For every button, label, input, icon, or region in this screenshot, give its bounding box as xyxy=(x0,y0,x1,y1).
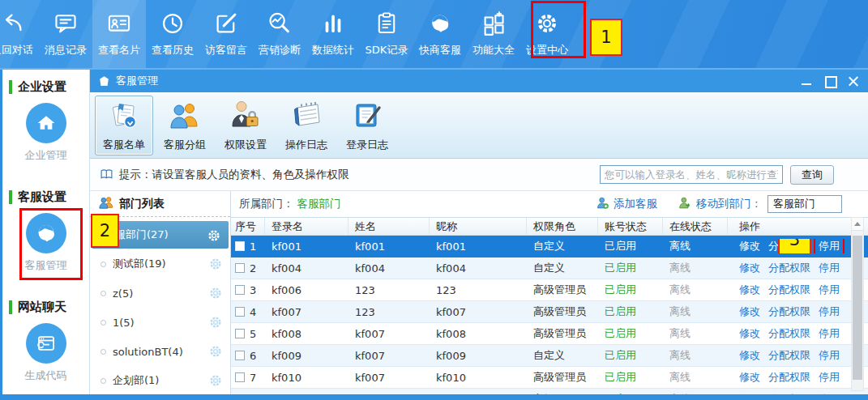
assign-permission-link[interactable]: 分配权限 xyxy=(768,326,810,341)
maximize-button[interactable] xyxy=(823,75,836,87)
table-row[interactable]: 3kf006123123高级管理员已启用离线修改分配权限停用 xyxy=(231,279,868,301)
role-cell: 高级管理员 xyxy=(527,304,598,319)
table-row[interactable]: 8kf011kf007kf011高级管理员已启用离线修改分配权限停用 xyxy=(231,389,868,394)
ribbon-button-5[interactable]: 登录日志 xyxy=(338,96,396,155)
modify-link[interactable]: 修改 xyxy=(739,261,760,275)
assign-permission-link[interactable]: 分配权限 xyxy=(768,261,810,275)
row-checkbox[interactable] xyxy=(235,285,245,295)
modify-link[interactable]: 修改 xyxy=(739,239,760,253)
minimize-button[interactable] xyxy=(800,75,813,87)
current-department-label: 所属部门： xyxy=(239,197,294,211)
close-button[interactable] xyxy=(847,75,860,87)
row-checkbox[interactable] xyxy=(235,329,245,338)
toolbar-item-1[interactable]: 返回对话 xyxy=(0,0,39,68)
sidebar-item-3[interactable]: 生成代码 xyxy=(2,323,89,383)
gear-icon[interactable] xyxy=(208,315,223,330)
department-item-5[interactable]: solutionBT(4) xyxy=(90,337,230,366)
assign-permission-link[interactable]: 分配权限 xyxy=(768,348,810,363)
toolbar-item-7[interactable]: 数据统计 xyxy=(306,0,360,68)
toolbar-item-label: 查看历史 xyxy=(152,43,194,57)
ribbon-button-4[interactable]: 操作日志 xyxy=(277,96,336,155)
operation-log-icon xyxy=(290,99,323,134)
table-row[interactable]: 6kf009kf007kf009自定义已启用离线修改分配权限停用 xyxy=(231,345,868,367)
row-checkbox[interactable] xyxy=(235,241,245,251)
assign-permission-link[interactable]: 分配权限 xyxy=(768,304,810,319)
toolbar-item-label: 功能大全 xyxy=(472,43,515,57)
modify-link[interactable]: 修改 xyxy=(739,283,760,297)
toolbar-item-5[interactable]: 访客留言 xyxy=(199,0,253,68)
row-checkbox[interactable] xyxy=(235,263,245,273)
role-cell: 自定义 xyxy=(527,239,598,253)
row-number: 2 xyxy=(250,262,256,274)
add-user-icon xyxy=(596,196,609,212)
search-button[interactable]: 查询 xyxy=(790,165,834,185)
gear-icon[interactable] xyxy=(208,286,223,300)
toolbar-item-9[interactable]: 快商客服 xyxy=(413,0,467,68)
move-to-department-select[interactable]: 客服部门 xyxy=(768,195,842,213)
table-row[interactable]: 5kf008kf007kf008高级管理员已启用离线修改分配权限停用 xyxy=(231,323,868,345)
ribbon-button-3[interactable]: 权限设置 xyxy=(216,96,275,155)
row-number: 5 xyxy=(250,328,256,340)
disable-link[interactable]: 停用 xyxy=(819,326,840,341)
assign-permission-link[interactable]: 分配权限 xyxy=(768,283,810,297)
gear-icon xyxy=(535,11,559,36)
toolbar-item-8[interactable]: SDK记录 xyxy=(360,0,413,68)
row-checkbox[interactable] xyxy=(235,307,245,317)
gear-icon[interactable] xyxy=(208,257,223,271)
add-agent-button[interactable]: 添加客服 xyxy=(596,196,657,212)
bar-chart-icon xyxy=(321,11,345,36)
toolbar-item-2[interactable]: 消息记录 xyxy=(39,0,92,68)
row-number: 6 xyxy=(250,350,256,362)
disable-link[interactable]: 停用 xyxy=(819,348,840,363)
ribbon-button-1[interactable]: 客服名单 xyxy=(95,96,153,155)
vertical-scrollbar[interactable] xyxy=(851,217,864,391)
disable-link[interactable]: 停用 xyxy=(819,304,840,319)
department-item-2[interactable]: 测试部(19) xyxy=(90,249,230,279)
department-item-3[interactable]: z(5) xyxy=(90,279,230,308)
department-item-1[interactable]: 客服部门(27) xyxy=(92,221,229,249)
search-input[interactable] xyxy=(600,165,783,184)
table-row[interactable]: 1kf001kf001kf001自定义已启用离线修改分配权限停用3 xyxy=(231,236,868,257)
department-item-label: 企划部(1) xyxy=(113,373,159,388)
assign-permission-link[interactable]: 分配权限 xyxy=(768,370,810,385)
table-row[interactable]: 7kf010kf007kf010高级管理员已启用离线修改分配权限停用 xyxy=(231,367,868,389)
scroll-up-button[interactable] xyxy=(852,218,863,231)
disable-link[interactable]: 停用 xyxy=(819,240,840,252)
toolbar-item-6[interactable]: 营销诊断 xyxy=(253,0,306,68)
gear-icon[interactable] xyxy=(207,228,221,243)
modify-link[interactable]: 修改 xyxy=(739,326,760,341)
name-cell: kf007 xyxy=(348,328,430,340)
scrollbar-thumb[interactable] xyxy=(853,236,862,380)
gear-icon[interactable] xyxy=(208,344,223,359)
contact-card-icon xyxy=(107,11,131,36)
department-item-4[interactable]: 1(5) xyxy=(90,308,230,337)
row-checkbox[interactable] xyxy=(235,372,245,382)
disable-link[interactable]: 停用 xyxy=(819,370,840,385)
nick-cell: kf001 xyxy=(430,240,527,253)
disable-link[interactable]: 停用 xyxy=(819,283,840,297)
sidebar-item-2[interactable]: 客服管理2 xyxy=(2,213,89,273)
actions-cell: 修改分配权限停用 xyxy=(728,370,868,385)
modify-link[interactable]: 修改 xyxy=(739,348,760,363)
clipboard-icon xyxy=(374,11,399,36)
modify-link[interactable]: 修改 xyxy=(739,370,760,385)
actions-cell: 修改分配权限停用 xyxy=(728,283,868,297)
gear-icon[interactable] xyxy=(208,373,223,388)
column-header: 登录名 xyxy=(265,218,348,235)
table-row[interactable]: 4kf007123kf007高级管理员已启用离线修改分配权限停用 xyxy=(231,301,868,323)
modify-link[interactable]: 修改 xyxy=(739,304,760,319)
toolbar-item-3[interactable]: 查看名片 xyxy=(92,0,146,68)
toolbar-item-4[interactable]: 查看历史 xyxy=(146,0,199,68)
disable-link[interactable]: 停用 xyxy=(819,261,840,275)
ribbon-button-2[interactable]: 客服分组 xyxy=(156,96,214,155)
table-row[interactable]: 2kf004kf004kf004自定义已启用离线修改分配权限停用 xyxy=(231,257,868,279)
department-item-6[interactable]: 企划部(1) xyxy=(90,366,230,395)
row-checkbox[interactable] xyxy=(235,351,245,360)
table-body: 1kf001kf001kf001自定义已启用离线修改分配权限停用32kf004k… xyxy=(231,236,868,394)
toolbar-item-10[interactable]: 功能大全 xyxy=(467,0,520,68)
sidebar-item-1[interactable]: 企业管理 xyxy=(2,103,89,163)
move-to-department-button[interactable]: 移动到部门： xyxy=(678,196,762,212)
nick-cell: kf007 xyxy=(430,306,527,318)
toolbar-item-11[interactable]: 设置中心1 xyxy=(520,0,574,68)
assign-permission-link[interactable]: 分配权限 xyxy=(768,239,810,253)
